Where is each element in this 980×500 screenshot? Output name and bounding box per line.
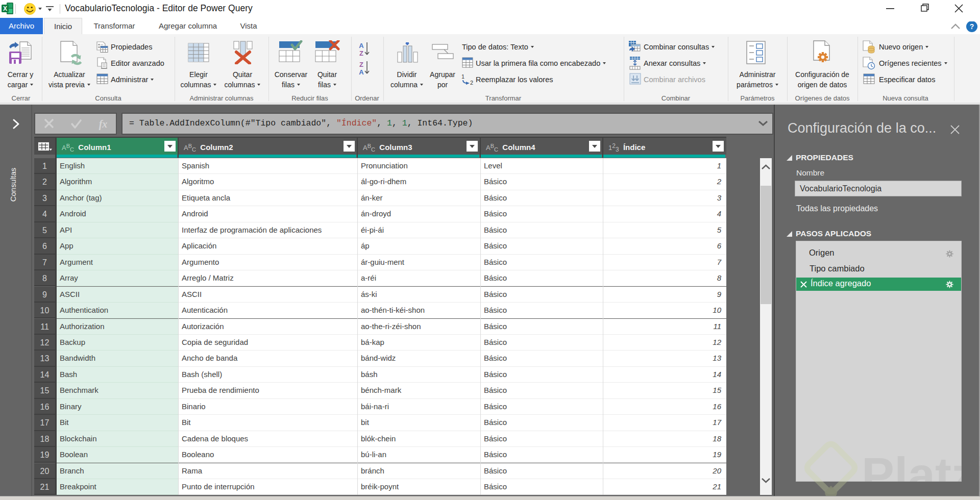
svg-text:X: X: [3, 5, 7, 12]
svg-text:Z: Z: [359, 49, 363, 57]
svg-text:A: A: [359, 68, 364, 76]
svg-text:1: 1: [461, 73, 464, 80]
svg-text:?: ?: [970, 22, 974, 31]
svg-text:Z: Z: [359, 61, 363, 68]
svg-text:A: A: [359, 42, 364, 49]
svg-text:fx: fx: [99, 118, 108, 130]
svg-text:Platzi: Platzi: [862, 447, 980, 500]
svg-text:2: 2: [470, 80, 473, 86]
